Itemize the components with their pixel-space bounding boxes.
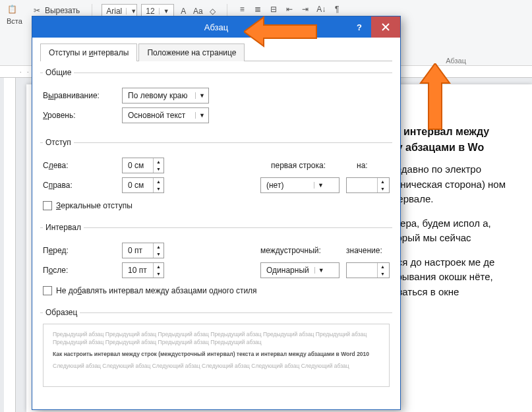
- multilevel-icon[interactable]: ⊟: [268, 4, 279, 15]
- clear-format-icon[interactable]: ◇: [207, 6, 218, 16]
- at-label: значение:: [346, 246, 390, 255]
- vertical-ruler[interactable]: [4, 78, 16, 412]
- after-label: После:: [43, 266, 115, 275]
- chevron-down-icon[interactable]: ▼: [195, 92, 208, 99]
- doc-heading: ить интервал между жду абзацами в Wo: [382, 124, 519, 156]
- scissors-icon: ✂: [32, 5, 42, 16]
- spin-up-icon[interactable]: ▲: [154, 263, 163, 270]
- group-indent: Отступ Слева: 0 см ▲▼ первая строка: на:…: [40, 138, 392, 215]
- indent-left-spin[interactable]: 0 см ▲▼: [122, 158, 164, 173]
- checkbox-icon: [43, 201, 52, 210]
- grow-font-icon[interactable]: A: [178, 6, 189, 16]
- indent-left-label: Слева:: [43, 161, 115, 170]
- help-button[interactable]: ?: [347, 16, 371, 38]
- line-spacing-combo[interactable]: Одинарный ▼: [260, 262, 340, 278]
- before-label: Перед:: [43, 246, 115, 255]
- level-value: Основной текст: [123, 111, 195, 120]
- group-general: Общие Выравнивание: По левому краю ▼ Уро…: [40, 68, 392, 130]
- chevron-down-icon[interactable]: ▼: [159, 8, 169, 15]
- group-spacing-legend: Интервал: [43, 223, 84, 232]
- group-preview: Образец Предыдущий абзац Предыдущий абза…: [40, 308, 392, 390]
- after-spin[interactable]: 10 пт ▲▼: [122, 262, 164, 278]
- level-label: Уровень:: [43, 111, 115, 120]
- line-spacing-label: междустрочный:: [260, 246, 340, 255]
- mirror-indents-checkbox[interactable]: Зеркальные отступы: [43, 201, 133, 210]
- alignment-value: По левому краю: [123, 91, 195, 100]
- first-line-label: первая строка:: [271, 161, 350, 170]
- chevron-down-icon[interactable]: ▼: [314, 267, 328, 274]
- spin-down-icon[interactable]: ▼: [378, 185, 388, 192]
- spin-up-icon[interactable]: ▲: [378, 263, 388, 270]
- change-case-icon[interactable]: Aa: [192, 6, 203, 16]
- first-line-combo[interactable]: (нет) ▼: [260, 177, 340, 193]
- indent-right-label: Справа:: [43, 181, 115, 190]
- spin-down-icon[interactable]: ▼: [154, 165, 163, 173]
- close-button[interactable]: [371, 16, 400, 38]
- preview-sample-text: Как настроить интервал между строк (межд…: [53, 351, 380, 359]
- chevron-down-icon[interactable]: ▼: [195, 112, 208, 119]
- spin-up-icon[interactable]: ▲: [154, 243, 163, 250]
- doc-paragraph: аться до настроек ме де открывания окошк…: [382, 255, 519, 300]
- spin-up-icon[interactable]: ▲: [154, 178, 163, 185]
- preview-grey-text: Следующий абзац Следующий абзац Следующи…: [53, 363, 380, 370]
- spin-up-icon[interactable]: ▲: [378, 178, 388, 185]
- before-spin[interactable]: 0 пт ▲▼: [122, 243, 164, 258]
- dialog-title: Абзац: [204, 22, 228, 32]
- chevron-down-icon[interactable]: ▼: [126, 8, 136, 15]
- spin-down-icon[interactable]: ▼: [154, 250, 163, 258]
- alignment-combo[interactable]: По левому краю ▼: [122, 88, 209, 103]
- numbering-icon[interactable]: ≣: [252, 4, 263, 15]
- doc-paragraph: римера, будем испол а, который мы сейчас: [382, 216, 519, 246]
- clipboard-group: 📋 Вста: [7, 4, 22, 25]
- indent-right-spin[interactable]: 0 см ▲▼: [122, 177, 164, 193]
- paragraph-dialog: Абзац ? Отступы и интервалы Положение на…: [32, 16, 401, 410]
- chevron-down-icon[interactable]: ▼: [314, 182, 327, 189]
- spin-down-icon[interactable]: ▼: [378, 270, 388, 278]
- group-preview-legend: Образец: [43, 308, 80, 317]
- paste-icon[interactable]: 📋: [7, 4, 17, 15]
- cut-button[interactable]: ✂ Вырезать: [29, 4, 82, 17]
- dialog-titlebar[interactable]: Абзац ?: [32, 16, 400, 38]
- bullets-icon[interactable]: ≡: [237, 4, 247, 15]
- at-spin[interactable]: ▲▼: [346, 262, 390, 278]
- font-size-value: 12: [142, 7, 158, 16]
- spin-down-icon[interactable]: ▼: [154, 185, 163, 192]
- doc-paragraph: й недавно по электро (техническая сторон…: [382, 162, 519, 207]
- group-indent-legend: Отступ: [43, 138, 74, 147]
- checkbox-icon: [43, 286, 52, 295]
- sort-icon[interactable]: A↓: [316, 4, 326, 15]
- group-general-legend: Общие: [43, 68, 74, 77]
- preview-grey-text: Предыдущий абзац Предыдущий абзац Предыд…: [53, 331, 380, 347]
- by-label: на:: [357, 161, 390, 170]
- paste-label: Вста: [7, 17, 22, 25]
- group-spacing: Интервал Перед: 0 пт ▲▼ междустрочный: з…: [40, 223, 392, 300]
- font-name-value: Arial: [102, 7, 126, 16]
- pilcrow-icon[interactable]: ¶: [332, 4, 342, 15]
- by-spin[interactable]: ▲▼: [346, 177, 390, 193]
- cut-label: Вырезать: [45, 6, 80, 15]
- alignment-label: Выравнивание:: [43, 91, 115, 100]
- close-icon: [382, 23, 390, 31]
- indent-inc-icon[interactable]: ⇥: [300, 4, 310, 15]
- tab-page-position[interactable]: Положение на странице: [138, 44, 245, 61]
- paragraph-group-label[interactable]: Абзац: [446, 57, 466, 65]
- no-space-same-style-checkbox[interactable]: Не добавлять интервал между абзацами одн…: [43, 286, 257, 295]
- tab-indents-spacing[interactable]: Отступы и интервалы: [40, 44, 137, 61]
- dialog-tabs: Отступы и интервалы Положение на страниц…: [40, 43, 392, 61]
- preview-box: Предыдущий абзац Предыдущий абзац Предыд…: [43, 324, 390, 387]
- spin-down-icon[interactable]: ▼: [154, 270, 163, 278]
- level-combo[interactable]: Основной текст ▼: [122, 107, 209, 123]
- spin-up-icon[interactable]: ▲: [154, 158, 163, 165]
- indent-dec-icon[interactable]: ⇤: [284, 4, 295, 15]
